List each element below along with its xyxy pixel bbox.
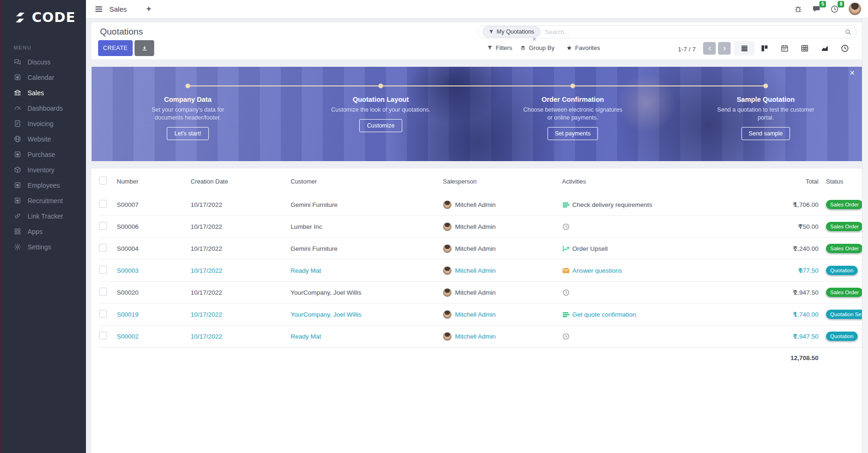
row-checkbox[interactable] <box>99 244 107 252</box>
user-avatar[interactable] <box>848 2 861 15</box>
table-row[interactable]: S0000610/17/2022Lumber IncMitchell Admin… <box>99 215 862 237</box>
step-description: Choose between electronic signatures or … <box>523 106 623 122</box>
pager-previous-button[interactable] <box>703 42 716 55</box>
export-download-button[interactable] <box>135 40 154 56</box>
row-activity-label[interactable]: Get quote confirmation <box>572 311 636 318</box>
col-header-total[interactable]: Total <box>723 178 818 185</box>
col-header-creation-date[interactable]: Creation Date <box>191 178 291 185</box>
funnel-icon <box>489 29 494 35</box>
messages-count-badge: 5 <box>819 1 826 7</box>
select-all-checkbox[interactable] <box>99 177 107 184</box>
sidebar-item-label: Discuss <box>28 58 50 66</box>
row-activity-label[interactable]: Order Upsell <box>572 245 608 252</box>
graph-view-button[interactable] <box>815 41 835 56</box>
row-creation-date: 10/17/2022 <box>191 333 291 340</box>
activity-list-icon[interactable] <box>562 201 570 209</box>
row-creation-date: 10/17/2022 <box>191 223 291 230</box>
active-filter-label: My Quotations <box>497 28 534 35</box>
tile-icon <box>14 197 21 205</box>
pivot-view-button[interactable] <box>795 41 815 56</box>
col-header-customer[interactable]: Customer <box>291 178 443 185</box>
table-row[interactable]: S0001910/17/2022YourCompany, Joel Willis… <box>99 303 862 325</box>
table-row[interactable]: S0002010/17/2022YourCompany, Joel Willis… <box>99 281 862 303</box>
row-checkbox[interactable] <box>99 200 107 208</box>
step-action-button[interactable]: Set payments <box>548 127 598 140</box>
topbar-app-name[interactable]: Sales <box>109 5 127 13</box>
table-row[interactable]: S0000710/17/2022Gemini FurnitureMitchell… <box>99 194 862 215</box>
filters-button[interactable]: Filters <box>487 44 512 51</box>
table-row[interactable]: S0000410/17/2022Gemini FurnitureMitchell… <box>99 237 862 259</box>
table-row[interactable]: S0000210/17/2022Ready MatMitchell Admin₹… <box>99 325 862 347</box>
sidebar-item-label: Calendar <box>28 74 54 81</box>
bank-icon <box>14 89 21 97</box>
activity-chart-icon[interactable] <box>562 245 570 253</box>
step-action-button[interactable]: Send sample <box>741 127 790 140</box>
sidebar-item-sales[interactable]: Sales <box>2 85 86 100</box>
sidebar-item-employees[interactable]: Employees <box>2 177 86 193</box>
group-by-button[interactable]: Group By <box>520 44 555 51</box>
messages-icon[interactable]: 5 <box>812 5 821 14</box>
search-input[interactable] <box>544 28 845 36</box>
pager-next-button[interactable] <box>718 42 731 55</box>
activities-clock-icon[interactable]: 8 <box>830 5 839 14</box>
activity-envelope-icon[interactable] <box>562 267 570 275</box>
sidebar-item-recruitment[interactable]: Recruitment <box>2 193 86 208</box>
col-header-number[interactable]: Number <box>117 178 191 185</box>
table-row[interactable]: S0000310/17/2022Ready MatMitchell AdminA… <box>99 259 862 281</box>
hamburger-menu-icon[interactable] <box>94 5 103 14</box>
sidebar-item-link-tracker[interactable]: Link Tracker <box>2 208 86 224</box>
banner-close-icon[interactable]: ✕ <box>849 69 855 77</box>
activity-clock-icon[interactable] <box>562 289 570 297</box>
debug-bug-icon[interactable] <box>794 5 803 14</box>
favorites-button[interactable]: Favorites <box>566 44 600 51</box>
calendar-view-button[interactable] <box>775 41 795 56</box>
activity-clock-icon[interactable] <box>562 223 570 231</box>
sidebar-item-label: Invoicing <box>28 120 53 127</box>
row-checkbox[interactable] <box>99 266 107 274</box>
col-header-status[interactable]: Status <box>818 178 862 185</box>
sidebar-item-invoicing[interactable]: Invoicing <box>2 116 86 131</box>
onboarding-step-company-data: Company DataSet your company's data for … <box>125 96 251 140</box>
activities-count-badge: 8 <box>838 1 844 7</box>
sidebar-item-label: Apps <box>28 228 43 235</box>
active-filter-pill[interactable]: My Quotations <box>483 26 541 37</box>
brand-logo[interactable]: CODE <box>2 0 86 25</box>
row-checkbox[interactable] <box>99 222 107 230</box>
activity-list-icon[interactable] <box>562 311 570 319</box>
sidebar-item-website[interactable]: Website <box>2 131 86 147</box>
sidebar-item-discuss[interactable]: Discuss <box>2 54 86 70</box>
view-switcher <box>734 41 855 56</box>
search-bar[interactable]: My Quotations ✕ <box>477 25 857 38</box>
activity-clock-icon[interactable] <box>562 333 570 340</box>
row-activity-label[interactable]: Answer questions <box>572 267 622 274</box>
step-title: Quotation Layout <box>318 96 444 103</box>
sidebar-item-settings[interactable]: Settings <box>2 239 86 255</box>
create-button[interactable]: CREATE <box>98 40 133 56</box>
row-checkbox[interactable] <box>99 310 107 318</box>
vertical-scrollbar[interactable] <box>862 18 868 453</box>
search-icon[interactable] <box>845 28 852 35</box>
sidebar-item-label: Employees <box>28 182 60 189</box>
new-tab-button[interactable]: + <box>147 4 151 14</box>
remove-filter-icon[interactable]: ✕ <box>532 36 536 42</box>
step-action-button[interactable]: Let's start! <box>167 127 208 140</box>
row-checkbox[interactable] <box>99 288 107 296</box>
activity-view-button[interactable] <box>835 41 855 56</box>
row-checkbox[interactable] <box>99 332 107 340</box>
link-icon <box>14 212 21 220</box>
onboarding-step-sample-quotation: Sample QuotationSend a quotation to test… <box>703 96 829 140</box>
kanban-view-icon <box>760 44 769 53</box>
row-number: S00019 <box>117 311 191 318</box>
sidebar-item-purchase[interactable]: Purchase <box>2 147 86 162</box>
sidebar-item-apps[interactable]: Apps <box>2 224 86 239</box>
col-header-activities[interactable]: Activities <box>562 178 723 185</box>
sidebar-item-inventory[interactable]: Inventory <box>2 162 86 177</box>
row-activity-label[interactable]: Check delivery requirements <box>572 201 652 208</box>
sidebar-item-calendar[interactable]: Calendar <box>2 70 86 85</box>
sidebar-item-dashboards[interactable]: Dashboards <box>2 100 86 116</box>
step-action-button[interactable]: Customize <box>359 119 402 132</box>
col-header-salesperson[interactable]: Salesperson <box>443 178 562 185</box>
kanban-view-button[interactable] <box>754 41 775 56</box>
page-title: Quotations <box>100 27 143 37</box>
list-view-button[interactable] <box>734 41 754 56</box>
